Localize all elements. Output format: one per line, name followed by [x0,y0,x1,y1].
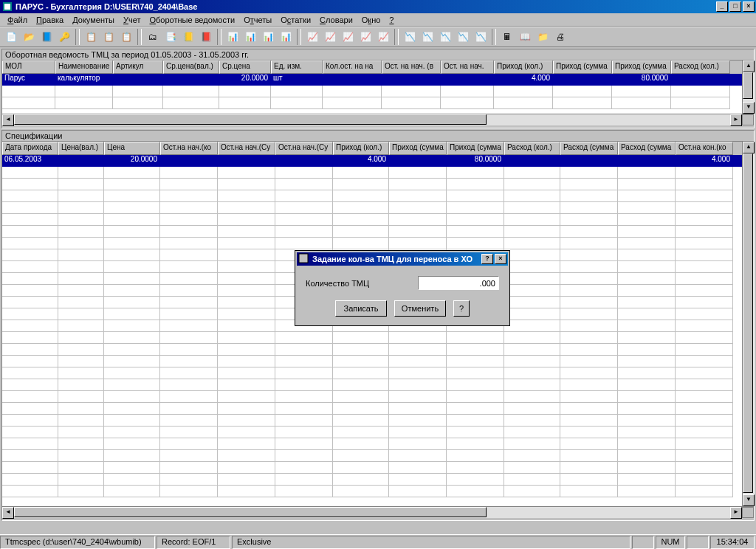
col-outqty2[interactable]: Расход (кол.) [504,142,560,155]
table-row[interactable] [2,474,742,486]
col-name[interactable]: Наименование [55,61,113,74]
turnover-hscroll[interactable]: ◄ ► [2,114,754,125]
table-row[interactable] [2,450,742,462]
menu-edit[interactable]: Правка [32,15,68,25]
tb-key-icon[interactable]: 🔑 [56,29,72,45]
menu-documents[interactable]: Документы [68,15,119,25]
tb-folder-icon[interactable]: 📁 [535,29,551,45]
table-row[interactable] [2,379,742,391]
table-row[interactable] [2,332,742,344]
menu-file[interactable]: Файл [3,15,32,25]
col-unit[interactable]: Ед. изм. [271,61,323,74]
turnover-grid[interactable]: МОЛ Наименование Артикул Ср.цена(вал.) С… [2,61,742,114]
menu-balances[interactable]: Остатки [276,15,315,25]
menu-reports[interactable]: Отчеты [239,15,276,25]
tb-bal4-icon[interactable]: 📉 [455,29,471,45]
col-startcur[interactable]: Ост. на нач. (в [382,61,441,74]
spec-vscroll[interactable]: ▲ ▼ [742,142,754,506]
col-outsumcur[interactable]: Расход (сумма [560,142,618,155]
col-start[interactable]: Ост. на нач. [441,61,494,74]
col-incqty2[interactable]: Приход (кол.) [333,142,389,155]
tb-bal1-icon[interactable]: 📉 [402,29,418,45]
col-startsum[interactable]: Ост.на нач.(Су [275,142,333,155]
table-row[interactable] [2,462,742,474]
col-avgprice[interactable]: Ср.цена [219,61,271,74]
tb-acct1-icon[interactable]: 📊 [224,29,241,45]
table-row[interactable] [2,367,742,379]
table-row[interactable] [2,202,742,214]
table-row[interactable] [2,427,742,438]
tb-rep5-icon[interactable]: 📈 [375,29,391,45]
tb-acct3-icon[interactable]: 📊 [260,29,276,45]
dialog-help-button[interactable]: ? [481,254,493,264]
col-qtystart[interactable]: Кол.ост. на на [323,61,382,74]
tb-book-icon[interactable]: 📘 [38,29,55,45]
table-row[interactable] [2,179,742,190]
tb-book2-icon[interactable]: 📕 [198,29,214,45]
tb-rep1-icon[interactable]: 📈 [304,29,320,45]
col-incsumcur[interactable]: Приход (сумма [553,61,612,74]
tb-open-icon[interactable]: 📂 [21,29,37,45]
table-row[interactable] [2,486,742,497]
tb-rep2-icon[interactable]: 📈 [322,29,338,45]
col-avgpricecur[interactable]: Ср.цена(вал.) [163,61,219,74]
tb-print-icon[interactable]: 🖨 [552,29,568,45]
minimize-button[interactable]: _ [716,1,728,12]
menu-window[interactable]: Окно [357,15,385,25]
menu-help[interactable]: ? [385,15,398,25]
tb-doc3-icon[interactable]: 📋 [118,29,134,45]
table-row[interactable] [2,190,742,202]
quantity-input[interactable] [418,276,499,290]
table-row[interactable] [2,356,742,367]
tb-bal2-icon[interactable]: 📉 [419,29,436,45]
cancel-button[interactable]: Отменить [394,300,446,317]
help-button[interactable]: ? [453,300,470,317]
col-incsum[interactable]: Приход (сумма [612,61,671,74]
table-row[interactable] [2,167,742,179]
tb-order-icon[interactable]: 📑 [162,29,179,45]
spec-hscroll[interactable]: ◄ ► [2,506,754,518]
menu-dictionaries[interactable]: Словари [315,15,357,25]
table-row[interactable] [2,438,742,450]
tb-bal5-icon[interactable]: 📉 [472,29,489,45]
table-row[interactable] [2,86,742,97]
col-outsum[interactable]: Расход (сумма [618,142,676,155]
close-button[interactable]: × [743,1,755,12]
tb-rep3-icon[interactable]: 📈 [340,29,356,45]
tb-rep4-icon[interactable]: 📈 [357,29,374,45]
col-artikul[interactable]: Артикул [113,61,163,74]
col-mol[interactable]: МОЛ [2,61,55,74]
menu-accounting[interactable]: Учет [119,15,145,25]
col-incqty[interactable]: Приход (кол.) [494,61,553,74]
tb-dict-icon[interactable]: 📖 [517,29,533,45]
scroll-right-icon[interactable]: ► [730,114,742,126]
scroll-up-icon[interactable]: ▲ [743,61,755,72]
maximize-button[interactable]: □ [729,1,741,12]
tb-bal3-icon[interactable]: 📉 [437,29,453,45]
col-incsumcur2[interactable]: Приход (сумма [389,142,447,155]
spec-row[interactable]: 06.05.2003 20.0000 4.000 80.0000 4.000 [2,155,742,167]
scroll-down-icon[interactable]: ▼ [743,102,755,114]
col-startqty[interactable]: Ост.на нач.(ко [160,142,218,155]
tb-doc2-icon[interactable]: 📋 [100,29,117,45]
scroll-down-icon[interactable]: ▼ [743,494,755,506]
tb-calc-icon[interactable]: 🖩 [499,29,515,45]
table-row[interactable] [2,97,742,109]
col-date[interactable]: Дата прихода [2,142,58,155]
turnover-row[interactable]: Парус калькулятор 20.0000 шт 4.000 80.00… [2,74,742,86]
scroll-left-icon[interactable]: ◄ [2,507,14,519]
col-outqty[interactable]: Расход (кол.) [671,61,730,74]
turnover-vscroll[interactable]: ▲ ▼ [742,61,754,114]
tb-new-icon[interactable]: 📄 [3,29,19,45]
table-row[interactable] [2,226,742,238]
table-row[interactable] [2,403,742,415]
menu-turnover[interactable]: Оборотные ведомости [145,15,239,25]
col-pricecur[interactable]: Цена(вал.) [58,142,104,155]
tb-card-icon[interactable]: 🗂 [145,29,161,45]
scroll-right-icon[interactable]: ► [730,507,742,519]
table-row[interactable] [2,344,742,356]
col-incsum2[interactable]: Приход (сумма [447,142,504,155]
save-button[interactable]: Записать [335,300,387,317]
table-row[interactable] [2,391,742,403]
table-row[interactable] [2,415,742,427]
